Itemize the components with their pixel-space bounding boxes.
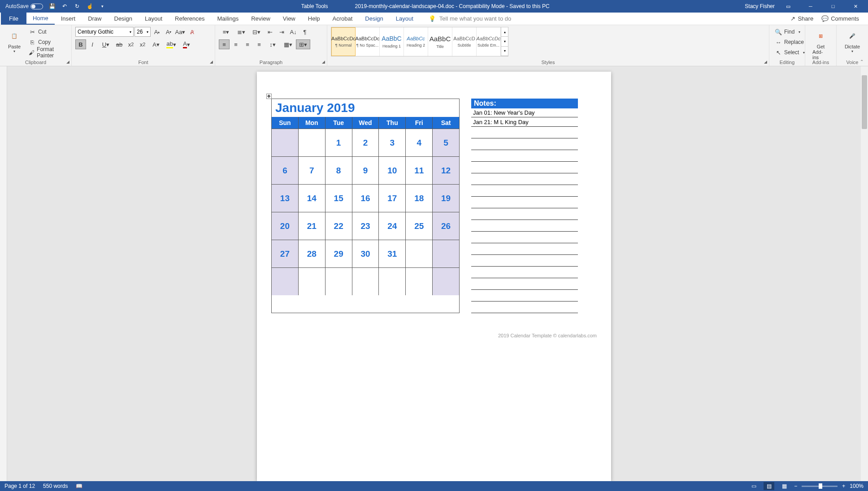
styles-up-button[interactable]: ▴ — [501, 27, 508, 37]
calendar-cell[interactable] — [406, 240, 433, 267]
styles-gallery[interactable]: AaBbCcDc¶ Normal AaBbCcDc¶ No Spac... Aa… — [331, 27, 508, 56]
cut-button[interactable]: ✂Cut — [27, 27, 68, 37]
paste-button[interactable]: 📋 Paste ▾ — [4, 27, 25, 55]
underline-button[interactable]: U ▾ — [99, 39, 113, 49]
note-blank-line[interactable] — [471, 153, 578, 162]
calendar-cell[interactable]: 16 — [352, 184, 379, 212]
calendar-cell[interactable]: 26 — [433, 212, 459, 240]
styles-down-button[interactable]: ▾ — [501, 37, 508, 46]
style-no-spacing[interactable]: AaBbCcDc¶ No Spac... — [356, 27, 380, 56]
note-blank-line[interactable] — [471, 269, 578, 278]
calendar-cell[interactable] — [299, 267, 326, 295]
tab-draw[interactable]: Draw — [82, 13, 108, 25]
style-title[interactable]: AaBbCTitle — [428, 27, 452, 56]
calendar-cell[interactable]: 31 — [379, 240, 406, 267]
font-name-select[interactable]: Century Gothic▾ — [75, 27, 134, 37]
calendar-cell[interactable]: 4 — [406, 129, 433, 156]
decrease-indent-button[interactable]: ⇤ — [265, 27, 275, 37]
tab-references[interactable]: References — [169, 13, 211, 25]
text-effects-button[interactable]: A▾ — [149, 39, 163, 49]
calendar-cell[interactable]: 29 — [326, 240, 352, 267]
save-icon[interactable]: 💾 — [48, 3, 56, 10]
minimize-button[interactable]: ─ — [802, 0, 820, 13]
style-subtle-emphasis[interactable]: AaBbCcDcSubtle Em... — [477, 27, 501, 56]
user-name[interactable]: Stacy Fisher — [745, 3, 775, 9]
note-blank-line[interactable] — [471, 141, 578, 150]
note-blank-line[interactable] — [471, 281, 578, 290]
styles-more-button[interactable]: ▾ — [501, 47, 508, 56]
clear-format-button[interactable]: A̷ — [187, 27, 197, 37]
calendar-cell[interactable]: 17 — [379, 184, 406, 212]
calendar-cell[interactable] — [326, 267, 352, 295]
spellcheck-icon[interactable]: 📖 — [76, 483, 82, 489]
vertical-scrollbar[interactable] — [861, 66, 868, 481]
tab-file[interactable]: File — [1, 13, 26, 25]
paragraph-dialog-launcher[interactable]: ◢ — [322, 60, 325, 64]
calendar-cell[interactable] — [352, 267, 379, 295]
grow-font-button[interactable]: A▴ — [152, 27, 162, 37]
show-marks-button[interactable]: ¶ — [299, 27, 310, 37]
tab-review[interactable]: Review — [245, 13, 277, 25]
autosave-toggle[interactable]: AutoSave — [5, 3, 43, 9]
calendar-cell[interactable] — [272, 129, 299, 156]
font-dialog-launcher[interactable]: ◢ — [210, 60, 213, 64]
calendar-cell[interactable]: 21 — [299, 212, 326, 240]
font-size-select[interactable]: 26▾ — [135, 27, 151, 37]
calendar-cell[interactable]: 6 — [272, 156, 299, 184]
style-heading1[interactable]: AaBbCHeading 1 — [380, 27, 404, 56]
calendar-cell[interactable] — [299, 129, 326, 156]
note-blank-line[interactable] — [471, 211, 578, 220]
calendar-cell[interactable]: 18 — [406, 184, 433, 212]
style-heading2[interactable]: AaBbCcHeading 2 — [404, 27, 428, 56]
dictate-button[interactable]: 🎤 Dictate ▾ — [840, 27, 864, 55]
numbering-button[interactable]: ≣▾ — [234, 27, 248, 37]
document-workspace[interactable]: ✥ January 2019 Sun Mon Tue Wed Thu Fri S… — [0, 66, 868, 481]
calendar-cell[interactable]: 24 — [379, 212, 406, 240]
calendar-cell[interactable] — [433, 267, 459, 295]
sort-button[interactable]: A↓ — [288, 27, 299, 37]
zoom-level[interactable]: 100% — [850, 483, 864, 489]
calendar-table[interactable]: ✥ January 2019 Sun Mon Tue Wed Thu Fri S… — [271, 99, 460, 313]
clipboard-dialog-launcher[interactable]: ◢ — [66, 60, 69, 64]
calendar-cell[interactable]: 19 — [433, 184, 459, 212]
borders-button[interactable]: ⊞▾ — [296, 39, 310, 49]
calendar-cell[interactable]: 25 — [406, 212, 433, 240]
bold-button[interactable]: B — [75, 39, 86, 49]
collapse-ribbon-button[interactable]: ⌃ — [860, 59, 864, 64]
document-page[interactable]: ✥ January 2019 Sun Mon Tue Wed Thu Fri S… — [257, 72, 611, 481]
scrollbar-thumb[interactable] — [862, 75, 867, 129]
calendar-cell[interactable]: 22 — [326, 212, 352, 240]
note-entry[interactable]: Jan 01: New Year's Day — [471, 108, 578, 117]
tab-insert[interactable]: Insert — [55, 13, 82, 25]
calendar-cell[interactable]: 5 — [433, 129, 459, 156]
maximize-button[interactable]: □ — [824, 0, 842, 13]
zoom-in-button[interactable]: + — [842, 483, 845, 489]
notes-pane[interactable]: Notes: Jan 01: New Year's Day Jan 21: M … — [471, 99, 578, 313]
align-left-button[interactable]: ≡ — [219, 39, 230, 49]
calendar-cell[interactable]: 1 — [326, 129, 352, 156]
calendar-cell[interactable]: 13 — [272, 184, 299, 212]
calendar-cell[interactable] — [433, 240, 459, 267]
style-normal[interactable]: AaBbCcDc¶ Normal — [331, 27, 356, 56]
print-layout-button[interactable]: ▤ — [764, 482, 774, 490]
calendar-cell[interactable]: 27 — [272, 240, 299, 267]
multilevel-button[interactable]: ⊟▾ — [249, 27, 264, 37]
replace-button[interactable]: ↔Replace — [773, 37, 806, 47]
style-subtitle[interactable]: AaBbCcDSubtitle — [452, 27, 477, 56]
calendar-cell[interactable] — [272, 267, 299, 295]
subscript-button[interactable]: x2 — [126, 39, 136, 49]
note-blank-line[interactable] — [471, 164, 578, 173]
calendar-cell[interactable]: 8 — [326, 156, 352, 184]
format-painter-button[interactable]: 🖌Format Painter — [27, 47, 68, 57]
tab-view[interactable]: View — [277, 13, 302, 25]
calendar-cell[interactable]: 7 — [299, 156, 326, 184]
touch-mode-icon[interactable]: ☝ — [86, 3, 93, 10]
align-right-button[interactable]: ≡ — [242, 39, 253, 49]
highlight-button[interactable]: ab▾ — [164, 39, 178, 49]
tell-me-search[interactable]: 💡 Tell me what you want to do — [420, 13, 788, 25]
tab-home[interactable]: Home — [26, 13, 55, 25]
close-button[interactable]: ✕ — [846, 0, 864, 13]
shading-button[interactable]: ▦▾ — [281, 39, 295, 49]
bullets-button[interactable]: ≡▾ — [219, 27, 233, 37]
note-blank-line[interactable] — [471, 223, 578, 232]
